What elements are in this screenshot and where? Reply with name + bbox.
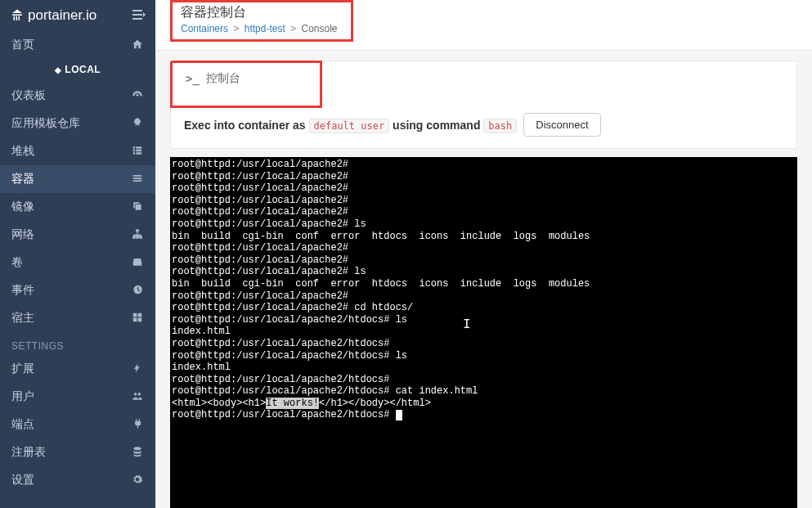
brand-logo[interactable]: portainer.io bbox=[10, 7, 96, 24]
breadcrumb: Containers > httpd-test > Console bbox=[181, 23, 338, 34]
title-highlight-box: 容器控制台 Containers > httpd-test > Console bbox=[170, 0, 353, 42]
panel-head-highlight-box: >_ 控制台 bbox=[170, 61, 322, 108]
exec-cmd-pill: bash bbox=[483, 119, 517, 133]
sidebar-item-th-list[interactable]: 堆栈 bbox=[0, 137, 155, 165]
cog-icon bbox=[131, 474, 144, 488]
sidebar-collapse-icon[interactable] bbox=[132, 9, 146, 22]
tachometer-icon bbox=[131, 89, 144, 103]
sidebar-item-users[interactable]: 用户 bbox=[0, 383, 155, 411]
sidebar: portainer.io 首页 LOCAL 仪表板应用模板仓库堆栈容器镜像网络卷… bbox=[0, 0, 155, 508]
exec-user-pill: default user bbox=[309, 119, 390, 133]
th-icon bbox=[131, 312, 144, 326]
bolt-icon bbox=[131, 362, 144, 376]
env-label: LOCAL bbox=[0, 59, 155, 82]
sidebar-item-label: 容器 bbox=[11, 172, 34, 187]
database-icon bbox=[131, 446, 144, 460]
panel-heading: >_ 控制台 bbox=[186, 71, 307, 86]
plug-icon bbox=[131, 418, 144, 432]
disconnect-button[interactable]: Disconnect bbox=[523, 113, 600, 137]
sidebar-item-database[interactable]: 注册表 bbox=[0, 438, 155, 466]
crumb-containers[interactable]: Containers bbox=[181, 23, 228, 34]
console-panel: >_ 控制台 Exec into container as default us… bbox=[170, 61, 797, 149]
sidebar-item-label: 事件 bbox=[11, 283, 34, 298]
sidebar-item-th[interactable]: 宿主 bbox=[0, 304, 155, 332]
sidebar-item-label: 卷 bbox=[11, 255, 23, 270]
portainer-icon bbox=[10, 8, 25, 23]
sidebar-item-bars[interactable]: 容器 bbox=[0, 165, 155, 193]
sidebar-item-label: 设置 bbox=[11, 473, 34, 488]
th-list-icon bbox=[131, 145, 144, 159]
crumb-current: Console bbox=[301, 23, 337, 34]
sidebar-item-label: 堆栈 bbox=[11, 144, 34, 159]
sidebar-item-rocket[interactable]: 应用模板仓库 bbox=[0, 110, 155, 137]
sidebar-item-plug[interactable]: 端点 bbox=[0, 411, 155, 438]
sidebar-item-label: 应用模板仓库 bbox=[11, 116, 80, 131]
exec-row: Exec into container as default user usin… bbox=[171, 108, 796, 137]
page-header: 容器控制台 Containers > httpd-test > Console bbox=[155, 0, 812, 51]
settings-heading: SETTINGS bbox=[0, 332, 155, 355]
sidebar-item-cog[interactable]: 设置 bbox=[0, 466, 155, 494]
terminal-prompt-icon: >_ bbox=[186, 72, 200, 85]
sidebar-item-label: 镜像 bbox=[11, 200, 34, 214]
sidebar-item-bolt[interactable]: 扩展 bbox=[0, 355, 155, 383]
home-icon bbox=[131, 38, 144, 52]
sidebar-item-label: 端点 bbox=[11, 417, 34, 432]
users-icon bbox=[131, 390, 144, 404]
rocket-icon bbox=[131, 117, 144, 131]
text-cursor-icon: I bbox=[463, 319, 471, 331]
terminal-output[interactable]: root@httpd:/usr/local/apache2# root@http… bbox=[170, 157, 797, 508]
sidebar-item-hdd[interactable]: 卷 bbox=[0, 249, 155, 276]
sidebar-item-tachometer[interactable]: 仪表板 bbox=[0, 82, 155, 110]
clone-icon bbox=[131, 200, 144, 214]
page-title: 容器控制台 bbox=[181, 4, 338, 21]
sidebar-item-history[interactable]: 事件 bbox=[0, 276, 155, 304]
hdd-icon bbox=[131, 256, 144, 270]
sidebar-item-label: 扩展 bbox=[11, 362, 34, 376]
sidebar-item-clone[interactable]: 镜像 bbox=[0, 193, 155, 221]
sidebar-item-label: 仪表板 bbox=[11, 88, 46, 103]
history-icon bbox=[131, 284, 144, 298]
sidebar-item-label: 注册表 bbox=[11, 445, 46, 460]
bars-icon bbox=[131, 173, 144, 187]
sidebar-item-label: 用户 bbox=[11, 389, 34, 404]
sidebar-item-label: 网络 bbox=[11, 227, 34, 242]
main-area: 容器控制台 Containers > httpd-test > Console … bbox=[155, 0, 812, 508]
sitemap-icon bbox=[131, 228, 144, 242]
sidebar-item-home[interactable]: 首页 bbox=[0, 31, 155, 59]
sidebar-item-sitemap[interactable]: 网络 bbox=[0, 221, 155, 249]
sidebar-item-label: 宿主 bbox=[11, 311, 34, 326]
crumb-container-name[interactable]: httpd-test bbox=[244, 23, 285, 34]
